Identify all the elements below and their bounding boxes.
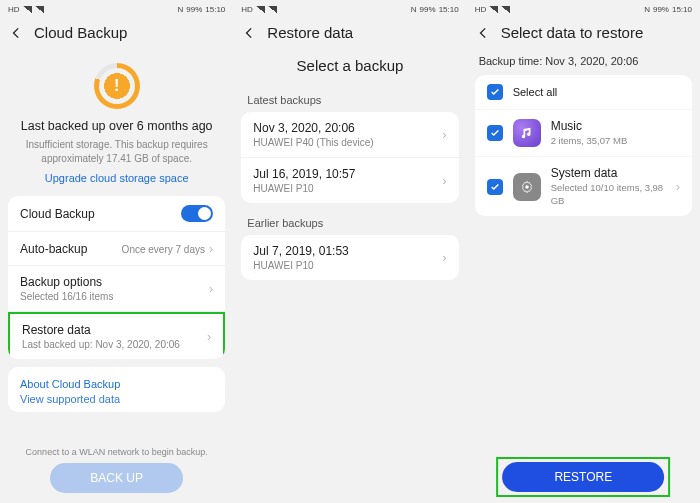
gear-icon (513, 173, 541, 201)
earlier-backups-header: Earlier backups (233, 211, 466, 235)
footer-note: Connect to a WLAN network to begin backu… (0, 447, 233, 457)
clock: 15:10 (672, 5, 692, 14)
checkbox-checked-icon[interactable] (487, 125, 503, 141)
latest-backups-card: Nov 3, 2020, 20:06 HUAWEI P40 (This devi… (241, 112, 458, 203)
nfc-icon: N (411, 5, 417, 14)
backup-options-label: Backup options (20, 275, 113, 289)
cloud-backup-toggle[interactable] (181, 205, 213, 222)
data-item-music[interactable]: Music 2 items, 35,07 MB (475, 110, 692, 157)
select-all-row[interactable]: Select all (475, 75, 692, 110)
select-backup-title: Select a backup (233, 49, 466, 88)
header: Cloud Backup (0, 18, 233, 49)
hd-indicator: HD (241, 5, 253, 14)
restore-data-label: Restore data (22, 323, 180, 337)
item-name: System data (551, 166, 666, 180)
signal-icon (268, 6, 277, 13)
item-name: Music (551, 119, 628, 133)
chevron-right-icon: › (442, 173, 446, 188)
auto-backup-label: Auto-backup (20, 242, 87, 256)
restore-button-highlight: RESTORE (496, 457, 670, 497)
screen-cloud-backup: HD N 99% 15:10 Cloud Backup ! Last backe… (0, 0, 233, 503)
backup-item[interactable]: Nov 3, 2020, 20:06 HUAWEI P40 (This devi… (241, 112, 458, 158)
backup-item[interactable]: Jul 16, 2019, 10:57 HUAWEI P10 › (241, 158, 458, 203)
upgrade-storage-link[interactable]: Upgrade cloud storage space (14, 172, 219, 184)
backup-item[interactable]: Jul 7, 2019, 01:53 HUAWEI P10 › (241, 235, 458, 280)
hd-indicator: HD (8, 5, 20, 14)
chevron-right-icon: › (209, 241, 213, 256)
footer: Connect to a WLAN network to begin backu… (0, 447, 233, 503)
backup-button[interactable]: BACK UP (50, 463, 183, 493)
earlier-backups-card: Jul 7, 2019, 01:53 HUAWEI P10 › (241, 235, 458, 280)
page-title: Restore data (267, 24, 353, 41)
battery-percent: 99% (186, 5, 202, 14)
view-supported-data-link[interactable]: View supported data (20, 393, 213, 405)
chevron-right-icon: › (442, 127, 446, 142)
backup-status-hero: ! Last backed up over 6 months ago Insuf… (0, 49, 233, 196)
backup-device: HUAWEI P40 (This device) (253, 137, 373, 148)
clock: 15:10 (205, 5, 225, 14)
header: Restore data (233, 18, 466, 49)
restore-data-row[interactable]: Restore data Last backed up: Nov 3, 2020… (8, 312, 225, 359)
auto-backup-row[interactable]: Auto-backup Once every 7 days › (8, 232, 225, 266)
signal-icon (35, 6, 44, 13)
backup-options-sub: Selected 16/16 items (20, 291, 113, 302)
screen-select-data: HD N 99% 15:10 Select data to restore Ba… (467, 0, 700, 503)
checkbox-checked-icon[interactable] (487, 179, 503, 195)
cloud-backup-label: Cloud Backup (20, 207, 95, 221)
data-item-system[interactable]: System data Selected 10/10 items, 3,98 G… (475, 157, 692, 216)
backup-date: Nov 3, 2020, 20:06 (253, 121, 373, 135)
battery-percent: 99% (653, 5, 669, 14)
signal-icon (501, 6, 510, 13)
page-title: Cloud Backup (34, 24, 127, 41)
warning-progress-icon: ! (94, 63, 140, 109)
back-icon[interactable] (243, 26, 257, 40)
chevron-right-icon: › (209, 281, 213, 296)
chevron-right-icon: › (676, 179, 680, 194)
backup-date: Jul 16, 2019, 10:57 (253, 167, 355, 181)
backup-date: Jul 7, 2019, 01:53 (253, 244, 348, 258)
restore-button[interactable]: RESTORE (502, 462, 664, 492)
cloud-backup-toggle-row: Cloud Backup (8, 196, 225, 232)
settings-card: Cloud Backup Auto-backup Once every 7 da… (8, 196, 225, 359)
restore-data-sub: Last backed up: Nov 3, 2020, 20:06 (22, 339, 180, 350)
nfc-icon: N (178, 5, 184, 14)
hd-indicator: HD (475, 5, 487, 14)
backup-device: HUAWEI P10 (253, 183, 355, 194)
music-icon (513, 119, 541, 147)
status-bar: HD N 99% 15:10 (233, 0, 466, 18)
checkbox-checked-icon[interactable] (487, 84, 503, 100)
hero-title: Last backed up over 6 months ago (14, 119, 219, 133)
backup-device: HUAWEI P10 (253, 260, 348, 271)
signal-icon (256, 6, 265, 13)
item-sub: 2 items, 35,07 MB (551, 135, 628, 147)
signal-icon (23, 6, 32, 13)
select-all-label: Select all (513, 86, 558, 98)
chevron-right-icon: › (207, 329, 211, 344)
about-cloud-backup-link[interactable]: About Cloud Backup (20, 378, 213, 390)
clock: 15:10 (439, 5, 459, 14)
backup-options-row[interactable]: Backup options Selected 16/16 items › (8, 266, 225, 312)
status-bar: HD N 99% 15:10 (0, 0, 233, 18)
back-icon[interactable] (477, 26, 491, 40)
svg-point-0 (525, 185, 529, 189)
nfc-icon: N (644, 5, 650, 14)
status-bar: HD N 99% 15:10 (467, 0, 700, 18)
item-sub: Selected 10/10 items, 3,98 GB (551, 182, 666, 207)
latest-backups-header: Latest backups (233, 88, 466, 112)
selection-card: Select all Music 2 items, 35,07 MB Syste… (475, 75, 692, 216)
auto-backup-value: Once every 7 days (122, 244, 205, 255)
screen-restore-data: HD N 99% 15:10 Restore data Select a bac… (233, 0, 466, 503)
header: Select data to restore (467, 18, 700, 49)
about-card: About Cloud Backup View supported data (8, 367, 225, 412)
page-title: Select data to restore (501, 24, 644, 41)
signal-icon (489, 6, 498, 13)
battery-percent: 99% (420, 5, 436, 14)
chevron-right-icon: › (442, 250, 446, 265)
backup-time-label: Backup time: Nov 3, 2020, 20:06 (467, 49, 700, 75)
hero-subtitle: Insufficient storage. This backup requir… (14, 138, 219, 166)
back-icon[interactable] (10, 26, 24, 40)
